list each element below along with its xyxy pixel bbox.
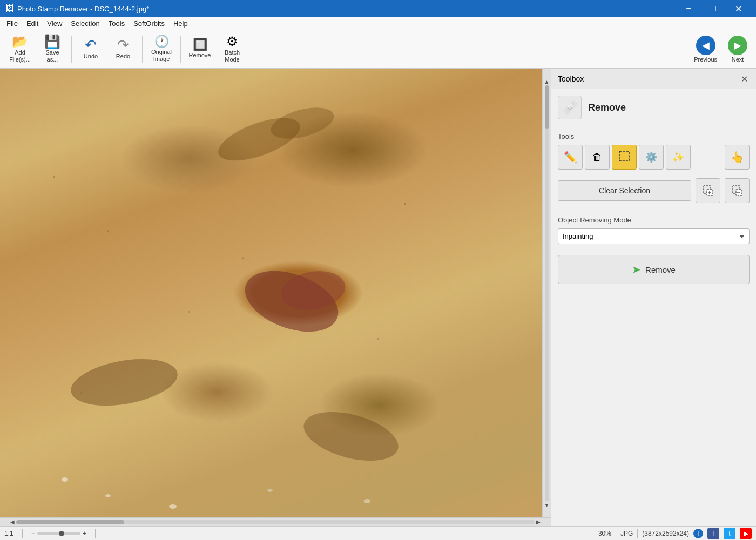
svg-point-10	[377, 338, 379, 340]
clear-selection-button[interactable]: Clear Selection	[558, 180, 691, 201]
horizontal-scrollbar[interactable]: ◀ ▶	[0, 517, 551, 526]
zoom-slider-control[interactable]: − +	[31, 530, 86, 537]
menu-file[interactable]: File	[2, 18, 22, 29]
zoom-minus-icon[interactable]: −	[31, 530, 35, 537]
menu-help[interactable]: Help	[169, 18, 192, 29]
status-separator-3	[616, 529, 616, 538]
menu-softorbits[interactable]: SoftOrbits	[129, 18, 169, 29]
tools-section-label: Tools	[558, 132, 750, 140]
scroll-up-arrow[interactable]: ▲	[543, 78, 551, 85]
toolbox-title: Toolbox	[558, 75, 584, 83]
svg-point-17	[364, 499, 370, 503]
add-files-button[interactable]: 📂 AddFile(s)...	[4, 32, 36, 66]
remove-icon-box: 🩹	[558, 96, 582, 119]
save-as-button[interactable]: 💾 Saveas...	[37, 32, 68, 66]
zoom-plus-icon[interactable]: +	[83, 530, 86, 537]
redo-icon: ↷	[117, 38, 129, 52]
canvas-flex: ▲ ▼ ◀ ▶	[0, 69, 551, 526]
remove-button[interactable]: 🔲 Remove	[184, 32, 215, 66]
eraser-tool-button[interactable]: 🗑	[585, 145, 610, 170]
svg-point-5	[299, 403, 404, 470]
twitter-button[interactable]: t	[724, 528, 735, 539]
close-button[interactable]: ✕	[726, 0, 751, 17]
scroll-right-arrow[interactable]: ▶	[535, 518, 542, 526]
info-button[interactable]: i	[693, 529, 703, 538]
stamp-tool-button[interactable]: 👆	[725, 145, 750, 170]
scroll-down-arrow[interactable]: ▼	[543, 501, 551, 509]
original-image-label: OriginalImage	[151, 49, 172, 63]
main-area: ▲ ▼ ◀ ▶ Toolbox ✕ 🩹	[0, 69, 756, 526]
statusbar-right: 30% JPG (3872x2592x24) i f t ▶	[598, 528, 752, 539]
undo-label: Undo	[84, 53, 98, 60]
redo-button[interactable]: ↷ Redo	[107, 32, 139, 66]
menubar: File Edit View Selection Tools SoftOrbit…	[0, 17, 756, 30]
magic-select-button[interactable]: ⚙️	[639, 145, 664, 170]
svg-point-11	[80, 393, 82, 394]
svg-point-7	[107, 231, 109, 232]
wand-tool-button[interactable]: ✨	[666, 145, 691, 170]
scroll-left-arrow[interactable]: ◀	[9, 518, 16, 526]
remove-action-button[interactable]: ➤ Remove	[558, 255, 750, 284]
svg-point-16	[267, 489, 273, 492]
toolbar-separator-2	[142, 36, 143, 63]
next-label: Next	[732, 56, 744, 63]
svg-point-14	[105, 494, 111, 497]
titlebar: 🖼 Photo Stamp Remover - DSC_1444-2.jpg* …	[0, 0, 756, 17]
undo-button[interactable]: ↶ Undo	[75, 32, 106, 66]
menu-view[interactable]: View	[43, 18, 66, 29]
selection-tool-button[interactable]	[612, 145, 637, 170]
minimize-button[interactable]: −	[676, 0, 701, 17]
add-files-label: AddFile(s)...	[9, 49, 31, 63]
toolbox-content: 🩹 Remove Tools ✏️ 🗑	[551, 89, 756, 526]
image-canvas[interactable]	[0, 69, 542, 517]
vertical-scrollbar[interactable]: ▲ ▼	[542, 69, 551, 517]
status-separator-1	[22, 529, 23, 538]
selection-add-button[interactable]	[696, 178, 720, 203]
youtube-button[interactable]: ▶	[740, 528, 752, 539]
remove-header: 🩹 Remove	[558, 96, 750, 124]
toolbox: Toolbox ✕ 🩹 Remove Tools ✏️ 🗑	[551, 69, 756, 526]
zoom-ratio: 1:1	[4, 530, 14, 537]
save-as-icon: 💾	[44, 35, 60, 48]
undo-icon: ↶	[85, 38, 97, 52]
object-removing-mode-select[interactable]: Inpainting Content-Aware Fill Smart Fill	[558, 228, 750, 244]
menu-tools[interactable]: Tools	[104, 18, 129, 29]
horizontal-scrollbar-track[interactable]	[16, 520, 535, 524]
stamp-icon: 👆	[731, 151, 744, 164]
toolbox-close-button[interactable]: ✕	[739, 73, 750, 84]
pencil-icon: ✏️	[564, 151, 577, 164]
redo-label: Redo	[116, 53, 130, 60]
zoom-ratio-text: 1:1	[4, 530, 14, 537]
menu-edit[interactable]: Edit	[22, 18, 43, 29]
menu-selection[interactable]: Selection	[66, 18, 104, 29]
zoom-thumb[interactable]	[59, 531, 64, 536]
next-circle: ▶	[728, 36, 747, 55]
nav-buttons: ◀ Previous ▶ Next	[690, 33, 752, 65]
selection-subtract-button[interactable]	[725, 178, 750, 203]
canvas-wrapper[interactable]	[0, 69, 542, 517]
canvas-inner: ▲ ▼	[0, 69, 551, 517]
dimensions-text: (3872x2592x24)	[642, 530, 689, 537]
original-image-button[interactable]: 🕐 OriginalImage	[146, 32, 177, 66]
object-removing-mode-label: Object Removing Mode	[558, 216, 750, 224]
zoom-percent-text: 30%	[598, 530, 611, 537]
maximize-button[interactable]: □	[701, 0, 726, 17]
zoom-slider[interactable]	[37, 532, 80, 535]
wand-icon: ✨	[672, 151, 684, 163]
pencil-tool-button[interactable]: ✏️	[558, 145, 583, 170]
batch-mode-label: BatchMode	[225, 49, 240, 63]
previous-button[interactable]: ◀ Previous	[690, 33, 721, 65]
vertical-scrollbar-track[interactable]	[545, 85, 549, 501]
vertical-scrollbar-thumb[interactable]	[545, 85, 549, 129]
add-files-icon: 📂	[12, 35, 28, 48]
batch-mode-button[interactable]: ⚙ BatchMode	[217, 32, 248, 66]
original-image-icon: 🕐	[154, 36, 169, 48]
svg-point-12	[404, 203, 406, 205]
remove-eraser-icon: 🩹	[563, 100, 577, 114]
remove-icon: 🔲	[193, 39, 207, 51]
horizontal-scrollbar-thumb[interactable]	[16, 520, 124, 524]
toolbar: 📂 AddFile(s)... 💾 Saveas... ↶ Undo ↷ Red…	[0, 30, 756, 69]
title-text: Photo Stamp Remover - DSC_1444-2.jpg*	[17, 5, 676, 13]
facebook-button[interactable]: f	[707, 528, 719, 539]
next-button[interactable]: ▶ Next	[724, 33, 752, 65]
